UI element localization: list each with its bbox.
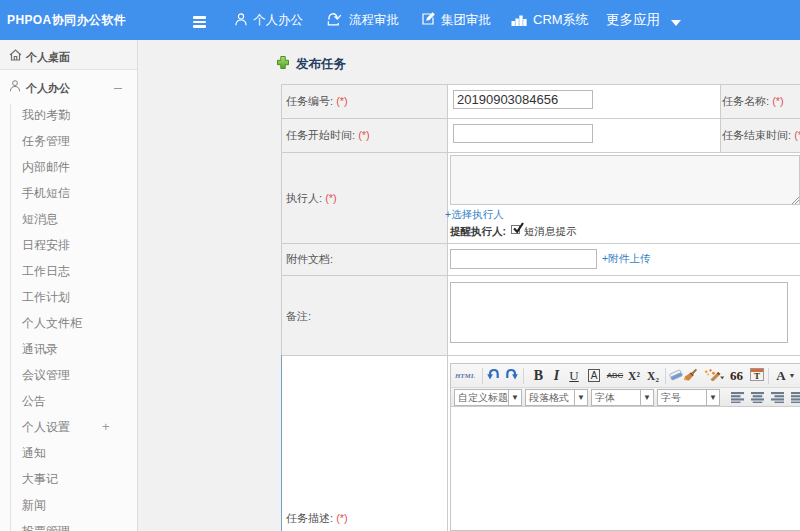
- svg-text:T: T: [753, 371, 759, 381]
